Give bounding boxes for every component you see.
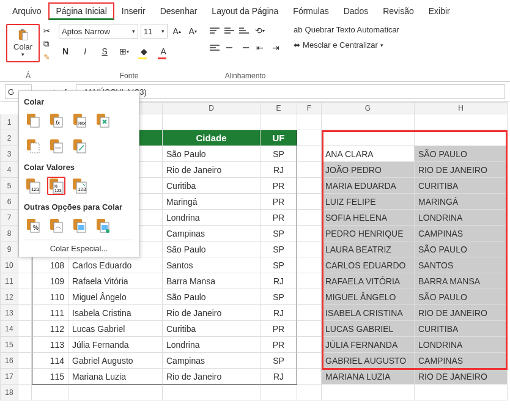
col-header-H[interactable]: H xyxy=(415,102,508,114)
col-header-E[interactable]: E xyxy=(261,102,297,114)
cell-F9[interactable] xyxy=(297,241,322,257)
cell-B12[interactable]: 110 xyxy=(32,289,68,305)
cell-H12[interactable]: SÃO PAULO xyxy=(415,289,508,305)
underline-button[interactable]: S xyxy=(98,45,111,58)
cell-E11[interactable]: RJ xyxy=(261,273,297,289)
cell-D13[interactable]: Rio de Janeiro xyxy=(163,305,261,321)
cell-E14[interactable]: PR xyxy=(261,321,297,337)
cell-C11[interactable]: Rafaela Vitória xyxy=(68,273,163,289)
cell-C17[interactable]: Mariana Luzia xyxy=(68,369,163,385)
font-color-button[interactable]: A xyxy=(157,45,170,58)
row-header-1[interactable]: 1 xyxy=(0,114,18,130)
row-header-16[interactable]: 16 xyxy=(0,353,18,369)
cell-G7[interactable]: SOFIA HELENA xyxy=(322,210,415,226)
cell-B13[interactable]: 111 xyxy=(32,305,68,321)
cell-G2[interactable] xyxy=(322,130,415,146)
row-header-11[interactable]: 11 xyxy=(0,273,18,289)
cell-F8[interactable] xyxy=(297,226,322,241)
cell-H3[interactable]: SÃO PAULO xyxy=(415,146,508,162)
cell-G18[interactable] xyxy=(322,385,415,400)
cut-icon[interactable]: ✂ xyxy=(43,26,50,35)
cell-H17[interactable]: RIO DE JANEIRO xyxy=(415,369,508,385)
row-header-15[interactable]: 15 xyxy=(0,337,18,353)
cell-C15[interactable]: Júlia Fernanda xyxy=(68,337,163,353)
cell-D11[interactable]: Barra Mansa xyxy=(163,273,261,289)
cell-H10[interactable]: SANTOS xyxy=(415,257,508,273)
cell-A17[interactable] xyxy=(18,369,32,385)
cell-G8[interactable]: PEDRO HENRIQUE xyxy=(322,226,415,241)
cell-B10[interactable]: 108 xyxy=(32,257,68,273)
menu-arquivo[interactable]: Arquivo xyxy=(5,2,48,20)
cell-D7[interactable]: Londrina xyxy=(163,210,261,226)
cell-G5[interactable]: MARIA EDUARDA xyxy=(322,178,415,194)
menu-revisão[interactable]: Revisão xyxy=(375,2,421,20)
cell-H9[interactable]: SÃO PAULO xyxy=(415,241,508,257)
cell-G16[interactable]: GABRIEL AUGUSTO xyxy=(322,353,415,369)
row-header-9[interactable]: 9 xyxy=(0,241,18,257)
cell-H5[interactable]: CURITIBA xyxy=(415,178,508,194)
cell-H11[interactable]: BARRA MANSA xyxy=(415,273,508,289)
cell-F5[interactable] xyxy=(297,178,322,194)
paste-special-button[interactable]: Colar Especial... xyxy=(24,240,134,257)
cell-D1[interactable] xyxy=(163,114,261,130)
cell-F18[interactable] xyxy=(297,385,322,400)
col-header-G[interactable]: G xyxy=(322,102,415,114)
cell-F1[interactable] xyxy=(297,114,322,130)
cell-E13[interactable]: RJ xyxy=(261,305,297,321)
menu-exibir[interactable]: Exibir xyxy=(421,2,457,20)
row-header-17[interactable]: 17 xyxy=(0,369,18,385)
menu-desenhar[interactable]: Desenhar xyxy=(153,2,205,20)
cell-A12[interactable] xyxy=(18,289,32,305)
vertical-align-buttons[interactable] xyxy=(208,24,251,37)
menu-página-inicial[interactable]: Página Inicial xyxy=(48,2,114,20)
cell-E7[interactable]: PR xyxy=(261,210,297,226)
cell-H15[interactable]: LONDRINA xyxy=(415,337,508,353)
cell-F13[interactable] xyxy=(297,305,322,321)
cell-H7[interactable]: LONDRINA xyxy=(415,210,508,226)
cell-C12[interactable]: Miguel Ângelo xyxy=(68,289,163,305)
formula-input[interactable]: =MAIÚSCULA(C3) xyxy=(76,84,505,99)
col-header-F[interactable]: F xyxy=(297,102,322,114)
increase-font-icon[interactable]: A▴ xyxy=(170,24,183,38)
cell-E9[interactable]: SP xyxy=(261,241,297,257)
cell-E16[interactable]: SP xyxy=(261,353,297,369)
cell-A11[interactable] xyxy=(18,273,32,289)
cell-C10[interactable]: Carlos Eduardo xyxy=(68,257,163,273)
cell-A13[interactable] xyxy=(18,305,32,321)
menu-layout-da-página[interactable]: Layout da Página xyxy=(204,2,286,20)
cell-E6[interactable]: PR xyxy=(261,194,297,210)
cell-G4[interactable]: JOÃO PEDRO xyxy=(322,162,415,178)
decrease-indent-button[interactable]: ⇤ xyxy=(253,41,267,54)
paste-link-icon[interactable] xyxy=(47,216,65,235)
cell-G17[interactable]: MARIANA LUZIA xyxy=(322,369,415,385)
row-header-18[interactable]: 18 xyxy=(0,385,18,400)
bold-button[interactable]: N xyxy=(59,45,72,58)
col-header-D[interactable]: D xyxy=(163,102,261,114)
cell-F3[interactable] xyxy=(297,146,322,162)
cell-H16[interactable]: CAMPINAS xyxy=(415,353,508,369)
cell-G3[interactable]: ANA CLARA xyxy=(322,146,415,162)
row-header-14[interactable]: 14 xyxy=(0,321,18,337)
paste-formulas-format-icon[interactable]: %fx xyxy=(70,111,89,130)
paste-linked-picture-icon[interactable] xyxy=(94,216,112,235)
cell-G13[interactable]: ISABELA CRISTINA xyxy=(322,305,415,321)
row-header-5[interactable]: 5 xyxy=(0,178,18,194)
row-header-7[interactable]: 7 xyxy=(0,210,18,226)
cell-E5[interactable]: PR xyxy=(261,178,297,194)
cell-C16[interactable]: Gabriel Augusto xyxy=(68,353,163,369)
row-header-4[interactable]: 4 xyxy=(0,162,18,178)
cell-F15[interactable] xyxy=(297,337,322,353)
cell-E15[interactable]: PR xyxy=(261,337,297,353)
row-header-2[interactable]: 2 xyxy=(0,130,18,146)
cell-E12[interactable]: SP xyxy=(261,289,297,305)
font-name-select[interactable]: Aptos Narrow▾ xyxy=(59,24,138,39)
format-painter-icon[interactable]: ✎ xyxy=(43,53,50,62)
copy-icon[interactable]: ⧉ xyxy=(43,39,50,49)
cell-F2[interactable] xyxy=(297,130,322,146)
row-header-3[interactable]: 3 xyxy=(0,146,18,162)
menu-fórmulas[interactable]: Fórmulas xyxy=(286,2,336,20)
cell-D18[interactable] xyxy=(163,385,261,400)
wrap-text-button[interactable]: ab Quebrar Texto Automaticar xyxy=(291,24,402,35)
cell-F6[interactable] xyxy=(297,194,322,210)
cell-B11[interactable]: 109 xyxy=(32,273,68,289)
